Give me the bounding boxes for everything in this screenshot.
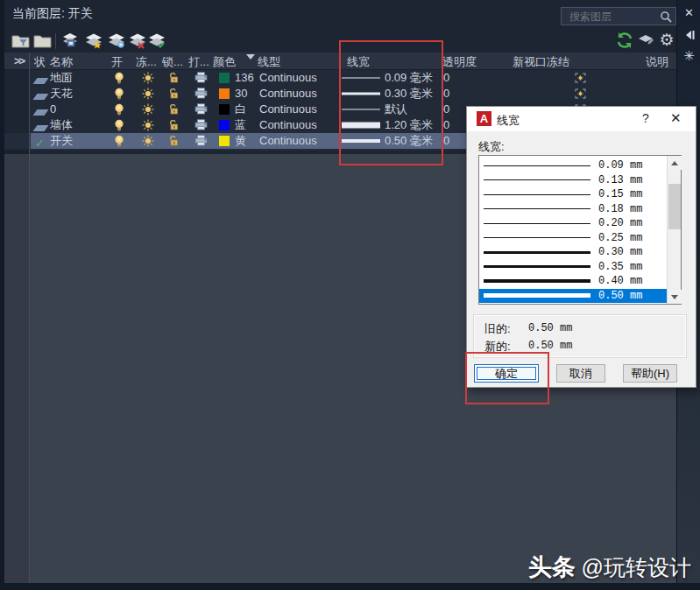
lineweight-option-label: 0.18 mm bbox=[598, 203, 642, 215]
column-header-transparency[interactable]: 透明度 bbox=[442, 54, 477, 70]
watermark-bold: 头条 bbox=[528, 554, 576, 580]
layer-color-label[interactable]: 黄 bbox=[235, 133, 246, 149]
column-header-color[interactable]: 颜色 bbox=[213, 54, 236, 70]
search-icon[interactable] bbox=[660, 11, 672, 23]
watermark: 头条 @玩转设计 bbox=[528, 551, 691, 583]
layer-linetype[interactable]: Continuous bbox=[259, 117, 317, 133]
new-property-filter-icon[interactable] bbox=[11, 32, 31, 51]
layer-color-label[interactable]: 白 bbox=[235, 102, 246, 117]
layer-color-label[interactable]: 蓝 bbox=[235, 117, 246, 133]
column-header-on[interactable]: 开 bbox=[111, 54, 123, 70]
lineweight-option[interactable]: 0.30 mm bbox=[479, 245, 668, 260]
lineweight-option-label: 0.40 mm bbox=[598, 275, 642, 287]
layer-name[interactable]: 墙体 bbox=[50, 117, 73, 133]
dialog-close-icon[interactable]: ✕ bbox=[670, 110, 682, 126]
dialog-title-bar[interactable]: A 线宽 ? ✕ bbox=[467, 107, 696, 131]
layer-plot-printer-icon[interactable] bbox=[194, 135, 208, 151]
listbox-scrollbar[interactable] bbox=[667, 156, 681, 304]
new-layer-icon[interactable] bbox=[84, 32, 103, 51]
close-palette-icon[interactable]: ✕ bbox=[677, 6, 700, 19]
gear-icon[interactable]: ⚙ bbox=[656, 31, 677, 50]
search-input[interactable] bbox=[568, 10, 660, 24]
layer-name[interactable]: 天花 bbox=[50, 86, 73, 102]
lineweight-option-label: 0.20 mm bbox=[598, 217, 642, 229]
column-header-description[interactable]: 说明 bbox=[646, 54, 668, 70]
layer-transparency[interactable]: 0 bbox=[443, 133, 449, 149]
auto-hide-icon[interactable] bbox=[677, 30, 700, 40]
set-current-layer-icon[interactable] bbox=[147, 32, 166, 51]
column-header-status[interactable]: 状 bbox=[34, 54, 46, 70]
layer-name[interactable]: 地面 bbox=[50, 70, 73, 86]
lineweight-option[interactable]: 0.15 mm bbox=[479, 187, 668, 202]
layer-name[interactable]: 0 bbox=[50, 102, 56, 117]
layer-linetype[interactable]: Continuous bbox=[259, 86, 317, 102]
layer-color-label[interactable]: 136 bbox=[235, 70, 254, 86]
layer-settings-edit-icon[interactable] bbox=[637, 31, 656, 50]
palette-settings-icon[interactable]: ✳ bbox=[677, 48, 700, 64]
lineweight-listbox[interactable]: 0.09 mm 0.13 mm 0.15 mm 0.18 mm 0.20 mm … bbox=[478, 155, 682, 305]
lineweight-option[interactable]: 0.35 mm bbox=[479, 260, 668, 275]
layer-transparency[interactable]: 0 bbox=[443, 70, 449, 86]
dialog-title: 线宽 bbox=[497, 113, 520, 129]
layer-freeze-sun-icon[interactable] bbox=[142, 135, 154, 151]
column-header-name[interactable]: 名称 bbox=[50, 54, 73, 70]
layer-transparency[interactable]: 0 bbox=[443, 86, 449, 102]
layer-on-bulb-icon[interactable] bbox=[114, 135, 124, 151]
column-header-lock[interactable]: 锁... bbox=[162, 54, 183, 70]
new-group-filter-icon[interactable] bbox=[33, 32, 53, 51]
lineweight-option[interactable]: 0.40 mm bbox=[479, 274, 668, 289]
current-layer-label: 当前图层: 开关 bbox=[12, 6, 93, 22]
layer-color-swatch[interactable] bbox=[219, 136, 230, 146]
sort-arrow-icon bbox=[246, 54, 255, 60]
layer-name[interactable]: 开关 bbox=[50, 133, 73, 149]
layer-states-manager-icon[interactable] bbox=[60, 32, 80, 51]
annotation-rect-ok-button bbox=[465, 352, 549, 404]
cancel-button[interactable]: 取消 bbox=[556, 364, 605, 383]
column-header-freeze[interactable]: 冻... bbox=[136, 54, 157, 70]
lineweight-option-sample bbox=[484, 251, 590, 254]
column-header-vp-freeze[interactable]: 新视口冻结 bbox=[513, 54, 569, 70]
lineweight-option[interactable]: 0.25 mm bbox=[479, 231, 668, 246]
layer-search-box[interactable] bbox=[561, 7, 676, 25]
layer-transparency[interactable]: 0 bbox=[443, 117, 449, 133]
column-header-linetype[interactable]: 线型 bbox=[258, 54, 280, 70]
lineweight-option[interactable]: 0.09 mm bbox=[479, 158, 668, 173]
layer-color-swatch[interactable] bbox=[219, 88, 230, 99]
layer-color-swatch[interactable] bbox=[219, 104, 230, 115]
lineweight-option[interactable]: 0.13 mm bbox=[479, 173, 668, 188]
new-layer-vp-frozen-icon[interactable] bbox=[107, 32, 126, 51]
layer-linetype[interactable]: Continuous bbox=[259, 102, 317, 117]
column-header-plot[interactable]: 打... bbox=[188, 54, 209, 70]
scrollbar-thumb[interactable] bbox=[668, 184, 681, 229]
lineweight-option-sample bbox=[484, 293, 590, 298]
lineweight-dialog: A 线宽 ? ✕ 线宽: 0.09 mm 0.13 mm 0.15 mm 0.1… bbox=[466, 106, 696, 388]
help-button[interactable]: 帮助(H) bbox=[623, 364, 677, 383]
lineweight-option[interactable]: 0.18 mm bbox=[479, 202, 668, 217]
palette-bottom-edge bbox=[0, 583, 700, 590]
lineweight-items: 0.09 mm 0.13 mm 0.15 mm 0.18 mm 0.20 mm … bbox=[479, 156, 668, 304]
lineweight-option-sample bbox=[484, 279, 590, 283]
new-value: 0.50 mm bbox=[528, 340, 572, 352]
lineweight-option-sample bbox=[484, 165, 590, 166]
lineweight-option-sample bbox=[484, 223, 590, 224]
lineweight-option[interactable]: 0.20 mm bbox=[479, 216, 668, 231]
layer-unlock-icon[interactable] bbox=[168, 136, 180, 151]
layer-color-swatch[interactable] bbox=[219, 120, 230, 130]
dialog-help-icon[interactable]: ? bbox=[642, 111, 649, 125]
old-value-label: 旧的: bbox=[484, 321, 511, 337]
layer-current-check-icon: ✓ bbox=[35, 136, 45, 151]
layer-color-label[interactable]: 30 bbox=[235, 86, 247, 102]
annotation-rect-lineweight-column bbox=[339, 40, 443, 165]
scroll-up-icon[interactable] bbox=[668, 156, 682, 170]
layer-color-swatch[interactable] bbox=[219, 73, 230, 83]
expand-filter-pane-button[interactable]: >> bbox=[14, 54, 24, 67]
lineweight-option[interactable]: 0.50 mm bbox=[479, 289, 668, 304]
delete-layer-icon[interactable] bbox=[128, 32, 147, 51]
layer-transparency[interactable]: 0 bbox=[443, 102, 449, 117]
layer-linetype[interactable]: Continuous bbox=[259, 70, 317, 86]
layer-linetype[interactable]: Continuous bbox=[259, 133, 317, 149]
scroll-down-icon[interactable] bbox=[668, 290, 682, 304]
old-value: 0.50 mm bbox=[528, 322, 572, 334]
lineweight-option-label: 0.50 mm bbox=[598, 290, 642, 302]
refresh-icon[interactable] bbox=[615, 31, 634, 50]
